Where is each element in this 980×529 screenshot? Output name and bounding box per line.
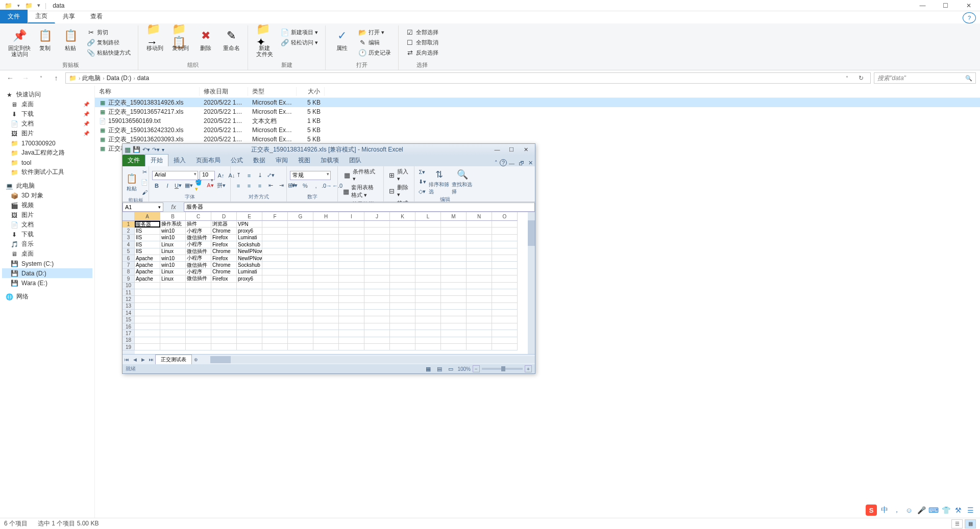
ribbon-button[interactable]: ✓属性 [331,26,353,51]
cell[interactable] [390,275,415,282]
cell[interactable] [262,289,288,296]
refresh-button[interactable]: ↻ [855,72,867,84]
cell[interactable] [339,241,364,248]
excel-tab[interactable]: 视图 [293,155,315,166]
file-row[interactable]: ▦正交表_1590138314926.xls2020/5/22 17:05Mic… [95,98,980,107]
row-header[interactable]: 18 [122,337,135,344]
cell[interactable] [441,255,467,262]
column-header[interactable]: O [492,212,518,221]
column-header[interactable]: H [313,212,339,221]
excel-maximize-button[interactable]: ☐ [504,145,519,154]
cell[interactable] [288,323,313,330]
ribbon-small-button[interactable]: ☑全部选择 [404,28,440,37]
view-layout-icon[interactable]: ▤ [435,364,444,373]
fx-label[interactable]: fx [163,204,184,211]
cell[interactable] [364,344,390,350]
column-header[interactable]: B [160,212,186,221]
cell[interactable] [211,283,237,289]
cell[interactable] [390,316,415,323]
cell[interactable] [492,316,518,323]
cell[interactable] [135,316,160,323]
undo-icon[interactable]: ↶▾ [142,146,150,153]
sheet-next-icon[interactable]: ▶ [139,356,147,364]
clear-icon[interactable]: ◇▾ [418,187,427,196]
cell[interactable] [415,269,441,275]
save-icon[interactable]: 💾 [133,146,140,153]
excel-tab[interactable]: 公式 [226,155,248,166]
cell[interactable] [390,255,415,262]
cell[interactable] [415,221,441,228]
excel-tab[interactable]: 团队 [344,155,366,166]
indent-increase-icon[interactable]: ⇥ [277,181,286,190]
cell[interactable] [313,262,339,268]
font-name-select[interactable]: Arial [152,171,198,180]
cell[interactable] [288,262,313,268]
recent-dropdown[interactable]: ˅ [35,72,47,84]
col-type[interactable]: 类型 [248,87,297,96]
cell[interactable]: Chrome [211,228,237,234]
cell[interactable] [390,303,415,310]
sidebar-item[interactable]: 💾Data (D:) [2,268,92,278]
cell[interactable]: Apache [135,262,160,268]
cell[interactable] [492,248,518,255]
cell[interactable] [364,269,390,275]
ribbon-small-button[interactable]: 📂打开 ▾ [356,28,393,37]
cell[interactable] [390,289,415,296]
cell[interactable] [492,344,518,350]
cell[interactable] [160,330,186,337]
sidebar-item[interactable]: 📁软件测试小工具 [2,167,92,177]
cell[interactable] [441,269,467,275]
sidebar-item[interactable]: 💾Wara (E:) [2,278,92,288]
cell[interactable] [364,248,390,255]
cell[interactable] [262,330,288,337]
cell[interactable] [186,283,211,289]
ribbon-small-button[interactable]: ✎编辑 [356,38,393,47]
cell[interactable]: Firefox [211,235,237,241]
select-all-corner[interactable] [122,212,135,221]
cell[interactable] [160,344,186,350]
horizontal-scrollbar[interactable] [210,356,535,363]
cell[interactable] [313,269,339,275]
cell[interactable] [288,275,313,282]
indent-decrease-icon[interactable]: ⇤ [266,181,275,190]
cell[interactable] [364,337,390,344]
cell[interactable] [441,289,467,296]
cell[interactable] [313,344,339,350]
excel-minimize-button[interactable]: — [490,145,504,154]
cell[interactable] [160,303,186,310]
cell[interactable] [262,283,288,289]
ribbon-button[interactable]: ✎重命名 [220,26,242,51]
align-left-icon[interactable]: ≡ [234,181,243,190]
cell[interactable] [467,323,492,330]
cell[interactable] [135,323,160,330]
cell[interactable] [186,303,211,310]
row-header[interactable]: 3 [122,235,135,241]
row-header[interactable]: 12 [122,296,135,303]
cell[interactable]: NewIPNow [237,255,262,262]
cell[interactable] [262,316,288,323]
cell[interactable] [492,289,518,296]
sidebar-item[interactable]: 🎵音乐 [2,239,92,249]
cell[interactable] [135,296,160,303]
cell[interactable] [262,255,288,262]
qat-dropdown-icon[interactable]: ▾ [14,2,22,10]
cell[interactable] [160,283,186,289]
cell[interactable] [467,330,492,337]
cell[interactable] [288,310,313,316]
cell[interactable] [390,344,415,350]
tab-home[interactable]: 主页 [28,9,55,23]
cell[interactable] [262,296,288,303]
workbook-restore-icon[interactable]: 🗗 [517,160,526,166]
cell[interactable] [415,262,441,268]
view-details-button[interactable]: ☰ [951,519,963,528]
cell[interactable] [441,283,467,289]
view-large-button[interactable]: ▦ [965,519,976,528]
currency-icon[interactable]: ¥▾ [290,181,299,190]
cell[interactable] [262,303,288,310]
sidebar-item[interactable]: 📦3D 对象 [2,191,92,200]
ime-voice-icon[interactable]: 🎤 [917,506,926,515]
cell[interactable] [160,316,186,323]
font-size-select[interactable]: 10 [200,171,215,180]
cell[interactable]: proxy6 [237,275,262,282]
ime-logo-icon[interactable]: S [866,505,877,516]
